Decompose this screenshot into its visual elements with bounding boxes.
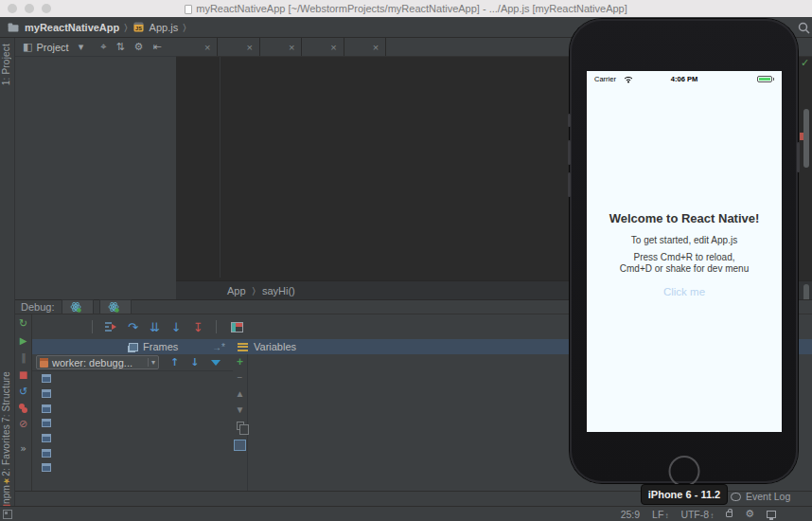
tree-item[interactable] <box>15 262 176 277</box>
line-number[interactable] <box>176 87 190 99</box>
editor-gutter[interactable] <box>190 120 221 132</box>
line-number[interactable] <box>176 199 190 210</box>
close-tab-icon[interactable] <box>204 42 210 53</box>
stack-frame-row[interactable] <box>32 386 233 402</box>
close-tab-icon[interactable] <box>330 42 336 53</box>
move-down-icon[interactable]: ▼ <box>236 405 245 415</box>
show-watches-icon[interactable] <box>234 440 246 451</box>
move-up-icon[interactable]: ▲ <box>236 389 245 399</box>
event-log-button[interactable]: Event Log <box>731 491 790 502</box>
mute-breakpoints-button[interactable]: ⊘ <box>19 419 27 430</box>
project-panel-title[interactable]: Project <box>36 42 68 53</box>
editor-gutter[interactable] <box>190 233 221 244</box>
run-config-tab[interactable] <box>62 299 94 314</box>
editor-gutter[interactable] <box>190 143 221 154</box>
locate-file-icon[interactable]: ⌖ <box>100 41 106 53</box>
stack-frame-row[interactable] <box>32 416 233 431</box>
tree-item[interactable] <box>15 248 176 262</box>
tool-window-button[interactable] <box>17 492 48 506</box>
run-config-tab[interactable] <box>99 299 132 314</box>
tree-item[interactable] <box>15 117 176 132</box>
search-everywhere-icon[interactable] <box>798 22 810 34</box>
tree-item[interactable] <box>15 146 176 160</box>
tree-item[interactable] <box>15 278 176 292</box>
editor-gutter[interactable] <box>190 255 221 266</box>
remove-watch-icon[interactable]: − <box>238 373 243 383</box>
screen-reader-icon[interactable] <box>767 511 776 518</box>
force-step-into-icon[interactable]: ⇊ <box>150 320 160 334</box>
editor-tab[interactable] <box>218 38 259 56</box>
caret-position[interactable]: 25:9 <box>621 509 640 520</box>
editor-gutter[interactable] <box>190 98 221 109</box>
inspections-ok-icon[interactable]: ✓ <box>801 57 809 69</box>
editor-tab[interactable] <box>176 38 218 56</box>
line-number[interactable] <box>176 165 190 176</box>
tree-item[interactable] <box>15 132 176 146</box>
hide-library-frames-icon[interactable] <box>211 360 221 366</box>
step-into-icon[interactable]: ↓ <box>171 320 182 334</box>
close-tab-icon[interactable] <box>373 42 379 53</box>
close-tab-icon[interactable] <box>246 42 252 53</box>
tool-window-button[interactable] <box>83 492 115 506</box>
tree-item[interactable] <box>15 73 176 87</box>
next-frame-icon[interactable]: ↓ <box>190 356 199 368</box>
rerun-button[interactable]: ↻ <box>19 318 27 330</box>
restart-frame-button[interactable]: ↺ <box>19 386 27 398</box>
tree-item[interactable] <box>15 175 176 189</box>
pause-button[interactable]: ‖ <box>21 352 26 364</box>
line-number[interactable] <box>176 255 190 266</box>
editor-gutter[interactable] <box>190 57 221 64</box>
tree-item[interactable] <box>15 161 176 175</box>
breadcrumb-method[interactable]: sayHi() <box>262 285 295 296</box>
line-number[interactable] <box>176 98 190 109</box>
duplicate-watch-icon[interactable] <box>237 422 244 430</box>
settings-gear-icon[interactable]: ⚙ <box>134 41 144 53</box>
click-me-button[interactable]: Click me <box>587 286 782 297</box>
editor-gutter[interactable] <box>190 199 221 210</box>
stack-frame-row[interactable] <box>32 445 233 460</box>
editor-gutter[interactable] <box>190 176 221 188</box>
line-number[interactable] <box>176 243 190 255</box>
sidebar-item-project[interactable]: 1: Project <box>1 44 14 85</box>
debugger-tab[interactable] <box>51 314 68 339</box>
collapse-all-icon[interactable]: ⇅ <box>115 41 124 53</box>
line-number[interactable] <box>176 188 190 199</box>
dropdown-arrow-icon[interactable]: ▾ <box>79 41 84 53</box>
debugger-tab[interactable] <box>68 314 85 339</box>
tree-item[interactable] <box>15 234 176 248</box>
breadcrumb-project[interactable]: myReactNativeApp <box>25 22 119 33</box>
editor-tab[interactable] <box>344 38 386 56</box>
tree-item[interactable] <box>15 292 176 299</box>
editor-gutter[interactable] <box>190 109 221 120</box>
editor-gutter[interactable] <box>190 210 221 222</box>
line-number[interactable] <box>176 233 190 244</box>
sidebar-item-structure[interactable]: 7: Structure <box>1 371 14 422</box>
add-watch-icon[interactable]: + <box>237 357 243 367</box>
editor-tab[interactable] <box>260 38 302 56</box>
frames-panel-header[interactable]: Frames →* <box>32 339 233 354</box>
editor-gutter[interactable] <box>190 188 221 199</box>
view-breakpoints-button[interactable] <box>19 404 28 413</box>
line-number[interactable] <box>176 109 190 120</box>
lock-icon[interactable] <box>726 512 733 517</box>
tree-item[interactable] <box>15 190 176 205</box>
stop-button[interactable]: ■ <box>19 369 27 381</box>
tree-item[interactable] <box>15 59 176 73</box>
editor-gutter[interactable] <box>190 222 221 233</box>
editor-gutter[interactable] <box>190 87 221 99</box>
editor-gutter[interactable] <box>190 243 221 255</box>
resume-button[interactable]: ▶ <box>20 335 27 347</box>
hide-panel-icon[interactable]: ⇤ <box>152 41 161 53</box>
line-number[interactable] <box>176 64 190 76</box>
highlighting-level-icon[interactable]: ⚙ <box>745 508 754 520</box>
stack-frame-row[interactable] <box>32 371 233 386</box>
line-number[interactable] <box>176 154 190 166</box>
tool-window-quick-access-icon[interactable] <box>3 510 12 519</box>
editor-gutter[interactable] <box>190 76 221 87</box>
tree-item[interactable] <box>15 219 176 233</box>
line-number[interactable] <box>176 76 190 87</box>
editor-gutter[interactable] <box>190 64 221 76</box>
stack-frame-row[interactable] <box>32 460 233 476</box>
close-tab-icon[interactable] <box>289 42 294 53</box>
show-execution-point-icon[interactable] <box>104 321 117 332</box>
